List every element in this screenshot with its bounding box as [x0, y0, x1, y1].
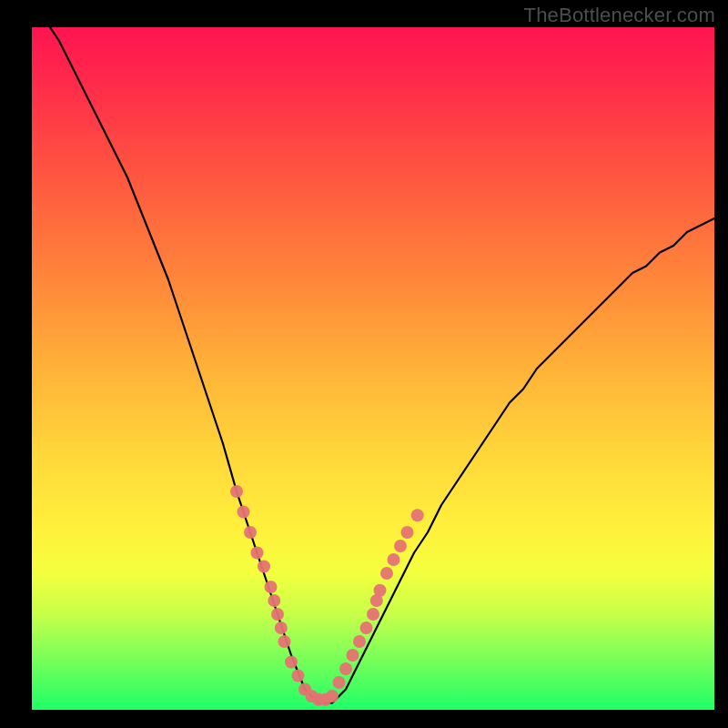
- marker-dot: [367, 608, 379, 621]
- marker-dot: [380, 567, 393, 580]
- marker-dot: [388, 553, 400, 566]
- marker-dot: [230, 485, 243, 498]
- marker-dot: [258, 561, 270, 573]
- marker-dot: [285, 656, 298, 669]
- marker-dot: [347, 649, 359, 662]
- marker-dot: [333, 676, 346, 689]
- watermark-text: TheBottlenecker.com: [524, 4, 715, 27]
- marker-dot: [292, 670, 305, 682]
- chart-frame: TheBottlenecker.com: [0, 0, 728, 728]
- marker-dot: [268, 594, 280, 607]
- marker-dot: [251, 547, 264, 560]
- marker-dot: [360, 622, 373, 634]
- marker-dot: [353, 635, 366, 648]
- marker-dot: [401, 526, 414, 539]
- curve-layer: [32, 27, 714, 710]
- marker-dot: [339, 662, 352, 675]
- marker-dot: [394, 540, 407, 552]
- marker-dot: [244, 526, 257, 539]
- marker-dot: [411, 509, 424, 521]
- marker-dot: [238, 506, 250, 519]
- marker-dot: [326, 690, 339, 703]
- marker-cluster: [230, 485, 424, 706]
- marker-dot: [278, 635, 291, 648]
- marker-dot: [265, 581, 278, 593]
- marker-dot: [271, 608, 284, 621]
- marker-dot: [374, 584, 387, 597]
- plot-area: [32, 27, 714, 710]
- marker-dot: [275, 622, 288, 634]
